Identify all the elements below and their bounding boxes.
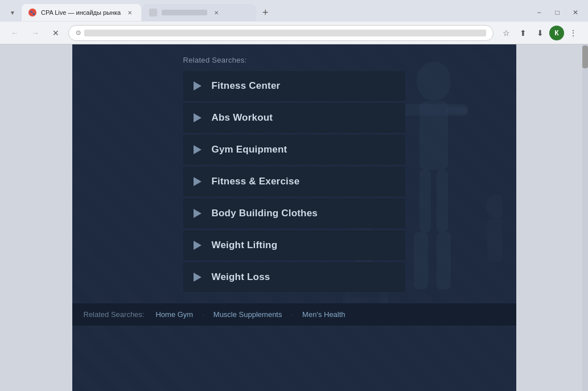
- more-options-button[interactable]: ⋮: [565, 25, 581, 41]
- search-item-label-5: Body Building Clothes: [212, 208, 318, 219]
- footer-links: Home Gym·Muscle Supplements·Men's Health: [155, 310, 345, 319]
- page-content: Related Searches: Fitness Center Abs Wor…: [0, 44, 588, 391]
- play-triangle-6: [194, 241, 202, 250]
- download-button[interactable]: ⬇: [532, 25, 548, 41]
- search-item-label-7: Weight Loss: [212, 271, 270, 283]
- new-tab-button[interactable]: +: [257, 5, 273, 20]
- search-item-4[interactable]: Fitness & Exercise: [183, 167, 405, 196]
- scrollbar[interactable]: [582, 44, 588, 391]
- search-item-5[interactable]: Body Building Clothes: [183, 199, 405, 228]
- tab-close-button[interactable]: ✕: [125, 8, 134, 17]
- play-triangle-7: [194, 273, 202, 282]
- search-item-label-6: Weight Lifting: [212, 240, 278, 251]
- play-icon-1: [183, 71, 212, 101]
- play-icon-3: [183, 135, 212, 164]
- play-icon-6: [183, 231, 212, 260]
- play-icon-7: [183, 262, 212, 292]
- tab-list-button[interactable]: ▼: [5, 5, 20, 20]
- play-triangle-1: [194, 81, 202, 90]
- tab-title: CPA Live — инсайды рынка: [41, 9, 121, 16]
- title-bar: ▼ 🐾 CPA Live — инсайды рынка ✕ ✕ + − □ ✕: [0, 0, 588, 22]
- profile-button[interactable]: К: [549, 26, 564, 40]
- footer-separator-1: ·: [202, 310, 204, 319]
- footer-link-f1[interactable]: Home Gym: [155, 310, 193, 319]
- play-triangle-4: [194, 177, 202, 186]
- tab-blank-title: [162, 10, 207, 15]
- play-icon-4: [183, 167, 212, 196]
- maximize-button[interactable]: □: [549, 5, 565, 20]
- scrollbar-thumb[interactable]: [582, 46, 588, 68]
- search-item-6[interactable]: Weight Lifting: [183, 231, 405, 260]
- footer-label: Related Searches:: [84, 310, 145, 319]
- search-item-label-2: Abs Workout: [212, 112, 273, 124]
- play-icon-5: [183, 199, 212, 228]
- close-button[interactable]: ✕: [568, 5, 583, 20]
- back-button[interactable]: ←: [7, 25, 23, 41]
- search-item-7[interactable]: Weight Loss: [183, 262, 405, 292]
- related-searches-header: Related Searches:: [72, 56, 516, 71]
- main-container: Related Searches: Fitness Center Abs Wor…: [72, 44, 516, 391]
- footer-link-f3[interactable]: Men's Health: [302, 310, 345, 319]
- search-item-label-1: Fitness Center: [212, 80, 281, 92]
- window-controls: − □ ✕: [531, 5, 583, 20]
- search-item-label-3: Gym Equipment: [212, 144, 287, 155]
- play-triangle-3: [194, 145, 202, 154]
- content-area: Related Searches: Fitness Center Abs Wor…: [72, 44, 516, 326]
- footer-link-f2[interactable]: Muscle Supplements: [213, 310, 282, 319]
- address-bar: ← → ✕ ⊙ ☆ ⬆ ⬇ К ⋮: [0, 22, 588, 44]
- tab-blank[interactable]: ✕: [142, 4, 256, 21]
- tab-bar: ▼ 🐾 CPA Live — инсайды рынка ✕ ✕ +: [5, 4, 527, 21]
- minimize-button[interactable]: −: [531, 5, 547, 20]
- footer-bar: Related Searches: Home Gym·Muscle Supple…: [72, 303, 516, 326]
- tab-blank-close-button[interactable]: ✕: [212, 8, 221, 17]
- search-item-1[interactable]: Fitness Center: [183, 71, 405, 101]
- bookmark-button[interactable]: ☆: [498, 25, 514, 41]
- search-list: Fitness Center Abs Workout Gym Equipment…: [72, 71, 516, 292]
- tab-active[interactable]: 🐾 CPA Live — инсайды рынка ✕: [22, 4, 141, 21]
- search-item-2[interactable]: Abs Workout: [183, 103, 405, 133]
- tune-icon: ⊙: [76, 29, 81, 36]
- share-button[interactable]: ⬆: [515, 25, 531, 41]
- play-triangle-5: [194, 209, 202, 218]
- search-item-3[interactable]: Gym Equipment: [183, 135, 405, 164]
- forward-button[interactable]: →: [27, 25, 43, 41]
- search-item-label-4: Fitness & Exercise: [212, 176, 300, 187]
- url-bar[interactable]: ⊙: [68, 25, 494, 41]
- footer-separator-2: ·: [291, 310, 293, 319]
- reload-close-button[interactable]: ✕: [48, 25, 64, 41]
- tab-favicon: 🐾: [28, 9, 36, 17]
- toolbar-right: ☆ ⬆ ⬇ К ⋮: [498, 25, 581, 41]
- play-triangle-2: [194, 113, 202, 122]
- play-icon-2: [183, 103, 212, 133]
- url-text: [84, 30, 486, 36]
